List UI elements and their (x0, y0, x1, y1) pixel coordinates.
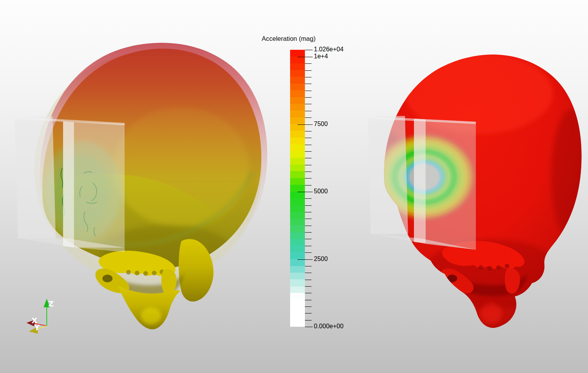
colorbar-tick-label: 5000 (314, 188, 328, 195)
colorbar-tick-label: 1e+4 (314, 53, 328, 60)
colorbar-tick (305, 84, 312, 84)
colorbar-tick (305, 266, 312, 266)
right-chin-highlight (481, 303, 502, 324)
colorbar-tick (305, 63, 312, 64)
y-axis-label: Y (34, 323, 40, 332)
box-front-face (74, 122, 125, 252)
colorbar-tick-label: 1.026e+04 (314, 46, 343, 53)
right-arch-hole-shadow (447, 275, 457, 282)
colorbar-tick (305, 117, 312, 118)
colorbar-tick (305, 205, 312, 206)
colorbar-tick (305, 165, 312, 165)
colorbar-tick (305, 232, 312, 233)
colorbar-tick (298, 124, 313, 125)
colorbar[interactable]: Acceleration (mag) 1.026e+041e+475005000… (257, 35, 358, 346)
colorbar-tick (305, 138, 312, 138)
colorbar-tick (305, 286, 312, 287)
colorbar-tick-label: 2500 (314, 256, 328, 263)
colorbar-tick (305, 320, 312, 320)
box-near-edge-strip (63, 121, 74, 247)
colorbar-tick (305, 172, 312, 172)
left-head-model[interactable] (15, 43, 267, 329)
colorbar-tick (305, 226, 312, 226)
box-front-face (426, 119, 476, 250)
colorbar-tick (298, 259, 313, 260)
colorbar-tick (305, 145, 312, 145)
colorbar-tick (305, 273, 312, 273)
right-head-model[interactable] (368, 53, 588, 328)
colorbar-tick (305, 293, 312, 293)
colorbar-tick (305, 70, 312, 71)
colorbar-tick (305, 313, 312, 313)
colorbar-tick (305, 327, 313, 327)
colorbar-tick (305, 111, 312, 111)
colorbar-tick (305, 306, 312, 307)
colorbar-tick (305, 239, 312, 239)
colorbar-tick-label: 7500 (314, 121, 328, 128)
clip-box-left[interactable] (15, 116, 125, 252)
colorbar-tick-label: 0.000e+00 (314, 323, 343, 330)
colorbar-tick (305, 104, 312, 104)
colorbar-tick (298, 57, 313, 57)
colorbar-title: Acceleration (mag) (262, 35, 315, 42)
colorbar-tick (305, 219, 312, 219)
colorbar-tick (305, 198, 312, 199)
colorbar-tick (298, 192, 313, 192)
colorbar-tick (305, 246, 312, 246)
colorbar-tick (305, 91, 312, 91)
colorbar-tick (305, 151, 312, 152)
colorbar-tick (305, 50, 313, 50)
colorbar-tick (305, 300, 312, 300)
colorbar-ticks: 1.026e+041e+47500500025000.000e+00 (290, 50, 356, 327)
colorbar-tick (305, 280, 312, 280)
colorbar-tick (305, 158, 312, 158)
z-axis-label: Z (48, 299, 54, 308)
box-far-face (15, 116, 56, 238)
colorbar-tick (305, 77, 312, 77)
colorbar-tick (305, 97, 312, 98)
arch-hole-shadow (102, 275, 113, 282)
chin-highlight (141, 307, 161, 324)
colorbar-tick (305, 131, 312, 131)
colorbar-tick (305, 185, 312, 186)
colorbar-tick (305, 212, 312, 212)
colorbar-tick (305, 178, 312, 179)
render-viewport[interactable]: X Y Z Acceleration (mag) 1.026e+041e+475… (0, 0, 588, 373)
orientation-axes-widget: X Y Z (26, 299, 54, 334)
box-near-edge-strip (414, 119, 426, 243)
box-far-face (368, 116, 408, 234)
colorbar-tick (305, 252, 312, 253)
clip-box-right[interactable] (368, 116, 476, 250)
